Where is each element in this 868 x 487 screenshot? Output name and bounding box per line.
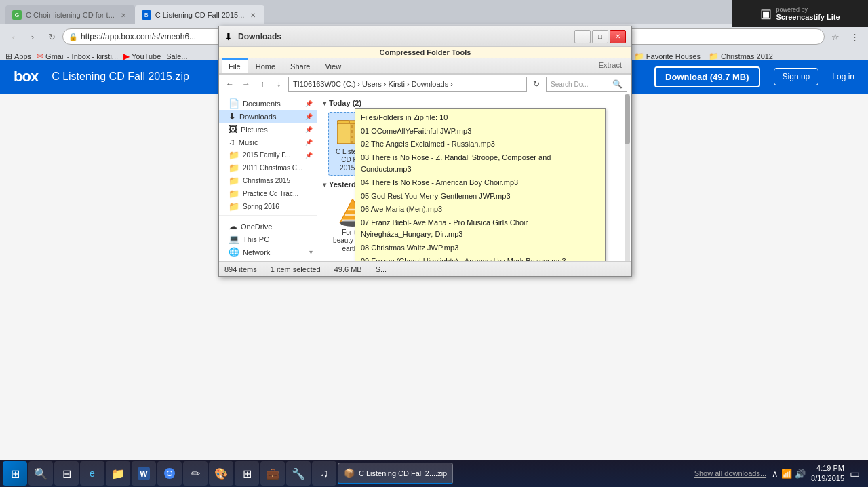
ribbon-tab-file[interactable]: File — [222, 58, 248, 73]
sidebar-item-music[interactable]: ♫ Music 📌 — [219, 136, 317, 149]
tooltip-item-4: 04 There Is No Rose - American Boy Choir… — [361, 176, 599, 190]
maximize-button[interactable]: □ — [592, 30, 608, 43]
sidebar-item-christmas2011[interactable]: 📁 2011 Christmas C... — [219, 161, 317, 174]
tooltip-header: Files/Folders in Zip file: 10 — [361, 111, 599, 125]
browser-tab-1[interactable]: G C Choir listening CD for t... ✕ — [5, 5, 135, 24]
refresh-button[interactable]: ↻ — [43, 28, 60, 45]
explorer-body: 📄 Documents 📌 ⬇ Downloads 📌 🖼 Pictures 📌… — [219, 94, 631, 261]
ribbon-tab-share[interactable]: Share — [283, 58, 317, 73]
addr-up-button[interactable]: ↑ — [256, 77, 269, 91]
forward-button[interactable]: › — [24, 28, 41, 45]
taskbar-pin4[interactable]: 💼 — [260, 461, 285, 486]
tab2-label: C Listening CD Fall 2015... — [155, 11, 244, 19]
taskbar-pin3[interactable]: ⊞ — [235, 461, 259, 486]
explorer-titlebar: ⬇ Downloads — □ ✕ — [219, 26, 631, 47]
taskbar-taskview[interactable]: ⊟ — [54, 461, 79, 486]
taskbar-active-downloads[interactable]: 📦 C Listening CD Fall 2....zip — [338, 463, 453, 484]
sidebar-item-onedrive[interactable]: ☁ OneDrive — [219, 220, 317, 233]
chrome-icon — [163, 467, 176, 480]
explorer-icon: ⬇ — [224, 31, 233, 42]
addr-down-button[interactable]: ↓ — [272, 77, 285, 91]
ribbon-tab-home[interactable]: Home — [249, 58, 282, 73]
taskbar-zip-label: C Listening CD Fall 2....zip — [359, 469, 447, 478]
menu-button[interactable]: ⋮ — [846, 28, 863, 45]
tooltip-item-9: 09 Frozen (Choral Highlights) - Arranged… — [361, 255, 599, 261]
box-signup-button[interactable]: Sign up — [774, 68, 819, 85]
svg-rect-5 — [351, 130, 353, 133]
yesterday-toggle[interactable]: ▾ — [323, 181, 326, 189]
start-button[interactable]: ⊞ — [3, 461, 27, 486]
search-box[interactable]: Search Do... 🔍 — [546, 77, 627, 92]
taskbar-chrome[interactable] — [157, 461, 182, 486]
box-logo[interactable]: box — [14, 68, 38, 85]
bookmark-sale[interactable]: Sale... — [166, 52, 187, 60]
status-size: 49.6 MB — [334, 265, 362, 273]
taskbar-pin6[interactable]: ♫ — [312, 461, 336, 486]
sidebar-item-practicecd[interactable]: 📁 Practice Cd Trac... — [219, 187, 317, 200]
tooltip-item-7: 07 Franz Biebl- Ave Maria - Pro Musica G… — [361, 216, 599, 241]
taskbar-pin5[interactable]: 🔧 — [286, 461, 311, 486]
sidebar-item-documents[interactable]: 📄 Documents 📌 — [219, 97, 317, 110]
systray-up-arrow[interactable]: ∧ — [772, 469, 778, 479]
taskbar-pin2[interactable]: 🎨 — [209, 461, 233, 486]
box-download-button[interactable]: Download (49.7 MB) — [654, 66, 760, 87]
back-button[interactable]: ‹ — [5, 28, 22, 45]
taskbar-systray-icons: ∧ 📶 🔊 — [772, 469, 806, 479]
sidebar-item-pictures[interactable]: 🖼 Pictures 📌 — [219, 123, 317, 136]
sidebar-label-documents: Documents — [243, 100, 281, 108]
browser-tab-2[interactable]: B C Listening CD Fall 2015... ✕ — [135, 5, 264, 24]
screencastify-logo: ▣ — [760, 6, 772, 21]
systray-volume[interactable]: 🔊 — [795, 469, 806, 479]
sidebar-label-thispc: This PC — [243, 235, 269, 244]
ribbon-tab-view[interactable]: View — [318, 58, 348, 73]
status-selected: 1 item selected — [271, 265, 321, 273]
sidebar-item-family2015[interactable]: 📁 2015 Family F... 📌 — [219, 149, 317, 161]
sidebar-item-christmas2015[interactable]: 📁 Christmas 2015 — [219, 174, 317, 187]
explorer-ribbon: Compressed Folder Tools File Home Share … — [219, 47, 631, 75]
svg-point-23 — [167, 471, 172, 475]
sidebar-item-downloads[interactable]: ⬇ Downloads 📌 — [219, 110, 317, 123]
status-count: 894 items — [224, 265, 257, 273]
sidebar-label-onedrive: OneDrive — [241, 222, 272, 231]
addr-forward-button[interactable]: → — [239, 77, 253, 91]
tab2-close[interactable]: ✕ — [248, 10, 258, 20]
screencastify-badge: ▣ powered by Screencastify Lite — [732, 0, 868, 27]
network-icon: 🌐 — [229, 247, 239, 257]
family2015-pin: 📌 — [305, 152, 313, 159]
box-login-button[interactable]: Log in — [832, 72, 854, 81]
systray-network[interactable]: 📶 — [781, 469, 792, 479]
close-button[interactable]: ✕ — [610, 30, 626, 43]
taskbar-explorer[interactable]: 📁 — [106, 461, 130, 486]
tooltip-item-3: 03 There is No Rose - Z. Randall Stroope… — [361, 151, 599, 176]
taskbar-edge[interactable]: e — [80, 461, 104, 486]
scrollbar[interactable] — [625, 94, 630, 261]
taskbar-show-desktop[interactable]: ▭ — [850, 467, 860, 480]
status-extra: S... — [376, 265, 387, 273]
address-path[interactable]: TI106163W0C (C:) › Users › Kirsti › Down… — [288, 77, 527, 92]
spring2016-icon: 📁 — [229, 201, 239, 212]
sidebar-label-practicecd: Practice Cd Trac... — [243, 190, 298, 197]
pictures-pin: 📌 — [305, 126, 313, 133]
taskbar-word[interactable]: W — [132, 461, 156, 486]
tooltip-item-1: 01 OComeAllYeFaithful JWP.mp3 — [361, 125, 599, 138]
taskbar-cortana[interactable]: 🔍 — [28, 461, 53, 486]
show-downloads-link[interactable]: Show all downloads... — [694, 469, 766, 478]
taskbar-clock[interactable]: 4:19 PM 8/19/2015 — [811, 463, 844, 484]
sidebar-item-spring2016[interactable]: 📁 Spring 2016 — [219, 200, 317, 213]
tab1-close[interactable]: ✕ — [119, 10, 128, 20]
sidebar-item-network[interactable]: 🌐 Network ▾ — [219, 246, 317, 258]
minimize-button[interactable]: — — [574, 30, 591, 43]
today-toggle[interactable]: ▾ — [323, 100, 326, 107]
addr-refresh-button[interactable]: ↻ — [530, 77, 543, 91]
addr-back-button[interactable]: ← — [223, 77, 237, 91]
music-icon: ♫ — [229, 137, 235, 147]
search-icon[interactable]: 🔍 — [612, 79, 623, 89]
sidebar-label-christmas2011: 2011 Christmas C... — [243, 164, 302, 172]
bookmark-button[interactable]: ☆ — [827, 28, 844, 45]
window-controls: — □ ✕ — [574, 30, 626, 43]
downloads-icon: ⬇ — [229, 111, 236, 121]
sidebar-item-thispc[interactable]: 💻 This PC — [219, 233, 317, 246]
taskbar-pin1[interactable]: ✏ — [183, 461, 208, 486]
ribbon-extract-label[interactable]: Extract — [592, 58, 629, 73]
today-label: Today (2) — [329, 99, 361, 107]
